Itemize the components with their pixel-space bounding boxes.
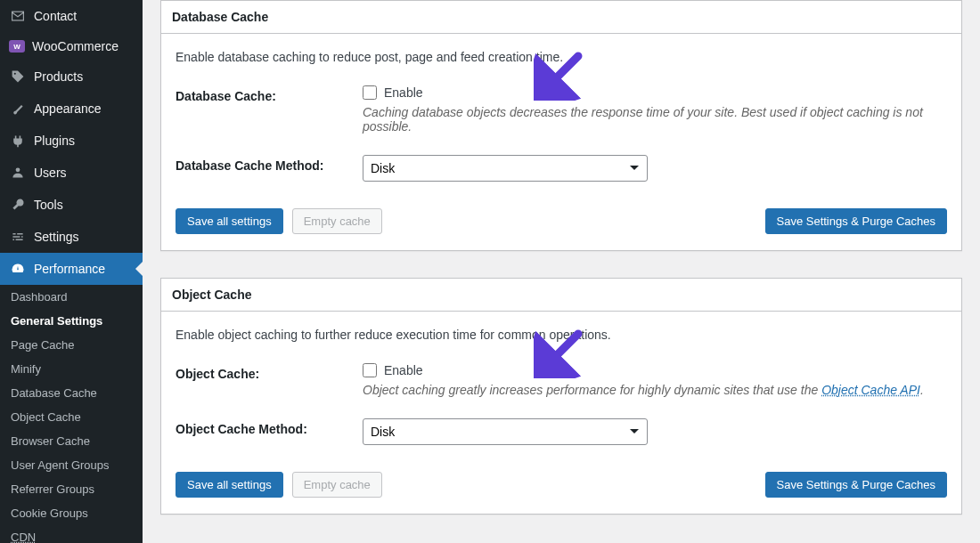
envelope-icon <box>9 7 27 25</box>
menu-item-settings[interactable]: Settings <box>0 221 143 253</box>
row-label: Object Cache Method: <box>176 418 363 436</box>
admin-sidebar: Contact W WooCommerce Products Appearanc… <box>0 0 143 543</box>
menu-label: Plugins <box>34 134 75 148</box>
database-cache-enable-checkbox[interactable] <box>363 85 377 100</box>
section-description: Enable object caching to further reduce … <box>176 328 947 342</box>
wrench-icon <box>9 196 27 214</box>
submenu-item-minify[interactable]: Minify <box>0 357 143 381</box>
menu-label: Performance <box>34 262 105 276</box>
save-all-button[interactable]: Save all settings <box>176 208 283 234</box>
submenu-item-referrer-groups[interactable]: Referrer Groups <box>0 477 143 501</box>
menu-item-plugins[interactable]: Plugins <box>0 125 143 157</box>
submenu-item-object-cache[interactable]: Object Cache <box>0 405 143 429</box>
menu-item-tools[interactable]: Tools <box>0 189 143 221</box>
section-title: Database Cache <box>161 1 961 34</box>
submenu-item-dashboard[interactable]: Dashboard <box>0 285 143 309</box>
save-purge-button[interactable]: Save Settings & Purge Caches <box>765 208 948 234</box>
checkbox-label: Enable <box>384 363 423 377</box>
menu-label: Users <box>34 166 67 180</box>
object-cache-api-link[interactable]: Object Cache API <box>821 383 920 397</box>
menu-label: Appearance <box>34 101 102 116</box>
gauge-icon <box>9 260 27 278</box>
menu-item-users[interactable]: Users <box>0 157 143 189</box>
submenu-item-database-cache[interactable]: Database Cache <box>0 381 143 405</box>
menu-item-contact[interactable]: Contact <box>0 0 143 32</box>
submenu-item-cdn[interactable]: CDN <box>0 525 143 543</box>
database-cache-method-select[interactable]: Disk <box>363 155 648 182</box>
enable-hint: Caching database objects decreases the r… <box>363 105 947 134</box>
menu-label: WooCommerce <box>32 39 118 53</box>
row-label: Database Cache Method: <box>176 155 363 173</box>
database-cache-section: Database Cache Enable database caching t… <box>160 0 962 251</box>
menu-label: Products <box>34 69 83 84</box>
tag-icon <box>9 68 27 85</box>
sliders-icon <box>9 228 27 246</box>
empty-cache-button[interactable]: Empty cache <box>292 208 382 234</box>
brush-icon <box>9 100 27 118</box>
main-content: Database Cache Enable database caching t… <box>143 0 980 543</box>
object-cache-enable-row: Object Cache: Enable Object caching grea… <box>176 363 947 397</box>
submenu-item-user-agent-groups[interactable]: User Agent Groups <box>0 453 143 477</box>
row-label: Object Cache: <box>176 363 363 381</box>
submenu-item-browser-cache[interactable]: Browser Cache <box>0 429 143 453</box>
database-cache-enable-row: Database Cache: Enable Caching database … <box>176 85 947 134</box>
menu-item-woocommerce[interactable]: W WooCommerce <box>0 32 143 61</box>
menu-item-products[interactable]: Products <box>0 61 143 93</box>
plugin-icon <box>9 132 27 150</box>
svg-point-0 <box>14 73 16 75</box>
menu-label: Settings <box>34 230 79 244</box>
svg-point-1 <box>16 167 20 172</box>
checkbox-label: Enable <box>384 85 423 100</box>
object-cache-method-row: Object Cache Method: Disk <box>176 418 947 445</box>
save-all-button[interactable]: Save all settings <box>176 472 283 498</box>
row-label: Database Cache: <box>176 85 363 103</box>
object-cache-method-select[interactable]: Disk <box>363 418 648 445</box>
button-row: Save all settings Empty cache Save Setti… <box>176 203 947 234</box>
menu-label: Contact <box>34 9 77 23</box>
menu-label: Tools <box>34 198 63 212</box>
enable-hint: Object caching greatly increases perform… <box>363 383 947 397</box>
submenu-performance: Dashboard General Settings Page Cache Mi… <box>0 285 143 543</box>
submenu-item-cookie-groups[interactable]: Cookie Groups <box>0 501 143 525</box>
button-row: Save all settings Empty cache Save Setti… <box>176 466 947 498</box>
menu-item-appearance[interactable]: Appearance <box>0 93 143 125</box>
object-cache-enable-checkbox[interactable] <box>363 363 377 377</box>
submenu-item-general-settings[interactable]: General Settings <box>0 309 143 333</box>
menu-item-performance[interactable]: Performance <box>0 253 143 285</box>
object-cache-section: Object Cache Enable object caching to fu… <box>160 278 962 515</box>
section-description: Enable database caching to reduce post, … <box>176 50 947 64</box>
database-cache-method-row: Database Cache Method: Disk <box>176 155 947 182</box>
woo-icon: W <box>9 40 25 53</box>
submenu-item-page-cache[interactable]: Page Cache <box>0 333 143 357</box>
users-icon <box>9 164 27 182</box>
save-purge-button[interactable]: Save Settings & Purge Caches <box>765 472 948 498</box>
section-title: Object Cache <box>161 279 961 312</box>
empty-cache-button[interactable]: Empty cache <box>292 472 382 498</box>
